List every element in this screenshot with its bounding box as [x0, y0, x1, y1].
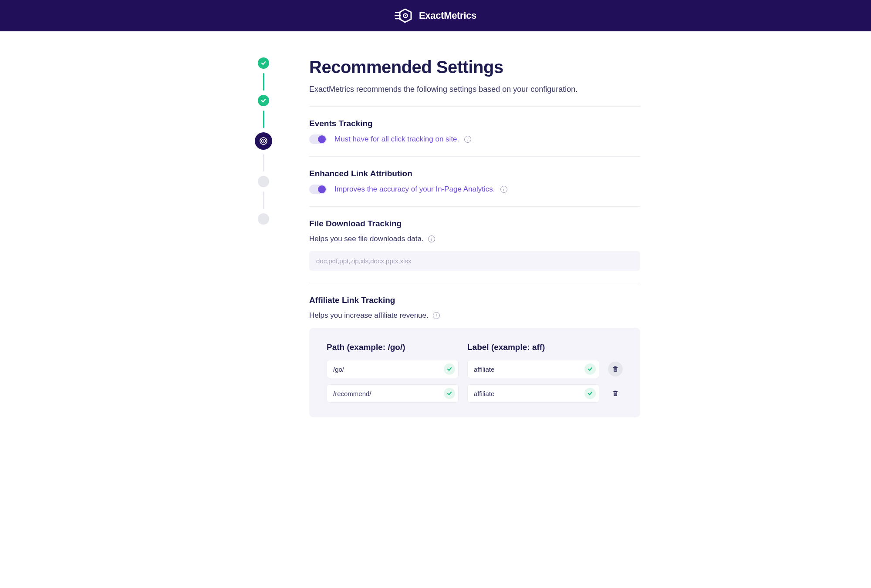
file-download-sub-text: Helps you see file downloads data.	[309, 235, 424, 243]
main-content: Recommended Settings ExactMetrics recomm…	[309, 57, 640, 417]
valid-check-icon	[584, 363, 596, 375]
target-icon	[259, 137, 268, 145]
svg-point-1	[405, 15, 406, 16]
enhanced-link-title: Enhanced Link Attribution	[309, 169, 640, 178]
logo-icon	[395, 8, 414, 23]
affiliate-block: Path (example: /go/) Label (example: aff…	[309, 328, 640, 417]
file-extensions-input[interactable]: doc,pdf,ppt,zip,xls,docx,pptx,xlsx	[309, 251, 640, 271]
page-subtitle: ExactMetrics recommends the following se…	[309, 85, 640, 94]
info-icon[interactable]: i	[428, 235, 435, 242]
affiliate-sub-text: Helps you increase affiliate revenue.	[309, 311, 429, 320]
affiliate-label-header: Label (example: aff)	[467, 343, 599, 352]
step-connector	[263, 192, 264, 209]
divider	[309, 206, 640, 207]
events-tracking-desc: Must have for all click tracking on site…	[334, 135, 471, 144]
checkmark-icon	[260, 97, 267, 104]
file-download-title: File Download Tracking	[309, 219, 640, 228]
toggle-knob	[318, 135, 326, 143]
step-connector	[263, 154, 264, 171]
events-tracking-desc-text: Must have for all click tracking on site…	[334, 135, 459, 144]
step-2-done[interactable]	[258, 95, 269, 106]
enhanced-link-desc-text: Improves the accuracy of your In-Page An…	[334, 185, 495, 194]
info-icon[interactable]: i	[464, 136, 471, 143]
valid-check-icon	[584, 388, 596, 399]
trash-icon	[612, 366, 619, 373]
step-3-current[interactable]	[255, 132, 272, 150]
affiliate-path-header: Path (example: /go/)	[327, 343, 459, 352]
page-title: Recommended Settings	[309, 57, 640, 77]
toggle-knob	[318, 185, 326, 193]
valid-check-icon	[444, 363, 455, 375]
affiliate-row	[327, 360, 623, 378]
divider	[309, 156, 640, 157]
events-tracking-toggle[interactable]	[309, 134, 327, 144]
events-tracking-title: Events Tracking	[309, 119, 640, 128]
affiliate-title: Affiliate Link Tracking	[309, 296, 640, 305]
affiliate-path-input[interactable]	[327, 360, 459, 378]
info-icon[interactable]: i	[500, 186, 507, 193]
file-download-sub: Helps you see file downloads data. i	[309, 235, 640, 243]
step-connector	[263, 111, 264, 128]
affiliate-label-input[interactable]	[467, 384, 599, 403]
enhanced-link-desc: Improves the accuracy of your In-Page An…	[334, 185, 507, 194]
svg-point-7	[263, 140, 264, 141]
affiliate-sub: Helps you increase affiliate revenue. i	[309, 311, 640, 320]
affiliate-row	[327, 384, 623, 403]
divider	[309, 283, 640, 283]
step-4-future[interactable]	[258, 176, 269, 187]
step-1-done[interactable]	[258, 57, 269, 69]
enhanced-link-toggle[interactable]	[309, 185, 327, 194]
delete-row-button[interactable]	[608, 362, 623, 376]
valid-check-icon	[444, 388, 455, 399]
brand-name: ExactMetrics	[419, 10, 476, 21]
checkmark-icon	[260, 60, 267, 66]
delete-row-button[interactable]	[608, 386, 623, 401]
trash-icon	[612, 390, 619, 397]
step-connector	[263, 73, 264, 91]
app-header: ExactMetrics	[0, 0, 871, 31]
step-5-future[interactable]	[258, 213, 269, 225]
affiliate-path-input[interactable]	[327, 384, 459, 403]
wizard-stepper	[231, 57, 296, 417]
divider	[309, 106, 640, 107]
affiliate-label-input[interactable]	[467, 360, 599, 378]
info-icon[interactable]: i	[433, 312, 440, 319]
